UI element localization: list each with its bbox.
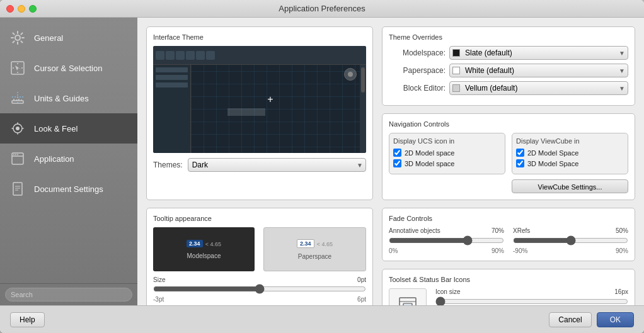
sidebar-item-units-label: Units & Guides [34,94,89,103]
viewcube-2d-row: 2D Model Space [516,149,624,157]
annotative-header: Annotative objects 70% [389,227,504,234]
theme-select[interactable]: Dark Light Classic [188,158,366,172]
document-icon [8,179,28,199]
window-title: Application Preferences [279,4,365,13]
fade-controls-panel: Fade Controls Annotative objects 70% [382,208,635,261]
ucs-2d-checkbox[interactable] [393,149,401,157]
ok-button[interactable]: OK [597,312,634,327]
theme-select-wrapper: Dark Light Classic ▼ [188,158,366,172]
size-label: Size [153,276,165,283]
modelspace-color-swatch [452,49,460,57]
sidebar-item-cursor[interactable]: Cursor & Selection [0,53,137,83]
main-content: General Cursor & Selectio [0,18,644,305]
viewcube-2d-checkbox[interactable] [516,149,524,157]
svg-point-17 [13,154,14,155]
tooltip-title: Tooltip appearance [153,215,366,222]
paperspace-label: Paperspace: [389,66,446,75]
interface-theme-title: Interface Theme [153,33,366,41]
ucs-2d-row: 2D Model space [393,149,501,157]
modelspace-badge: 2.34 [187,240,203,247]
annotative-max: 90% [492,247,504,254]
tooltip-previews: 2.34 < 4.65 Modelspace 2.34 < 4.65 Paper [153,227,366,271]
size-slider-header: Size 0pt [153,276,366,283]
sidebar-item-general-label: General [34,33,63,43]
cancel-button[interactable]: Cancel [549,312,591,327]
ucs-col: Display UCS icon in 2D Model space 3D Mo… [389,133,505,193]
annotative-col: Annotative objects 70% 0% 90% [389,227,504,254]
ucs-3d-row: 3D Model space [393,159,501,167]
sidebar-item-application[interactable]: Application [0,144,137,174]
sidebar-item-look[interactable]: Look & Feel [0,113,137,144]
titlebar: Application Preferences [0,0,644,18]
xrefs-value: 50% [616,227,628,234]
annotative-footer: 0% 90% [389,247,504,254]
maximize-button[interactable] [29,5,37,13]
icon-size-label: Icon size [435,288,460,295]
viewcube-settings-button[interactable]: ViewCube Settings... [512,179,628,193]
help-button[interactable]: Help [10,312,45,327]
application-icon [8,149,28,169]
sidebar-item-look-label: Look & Feel [34,124,78,133]
modelspace-row: Modelspace: Slate (default) ▼ [389,46,628,60]
paperspace-color-swatch [452,67,460,74]
size-value: 0pt [357,276,366,283]
icon-size-slider[interactable] [435,296,628,305]
viewcube-3d-label: 3D Model Space [527,160,578,167]
sidebar-item-application-label: Application [34,154,74,164]
right-buttons: Cancel OK [549,312,634,327]
sidebar-item-document-label: Document Settings [34,184,103,194]
close-button[interactable] [6,5,14,13]
blockeditor-label: Block Editor: [389,84,446,93]
fade-row: Annotative objects 70% 0% 90% [389,227,628,254]
modelspace-label: Modelspace: [389,48,446,57]
sidebar-item-units[interactable]: Units & Guides [0,83,137,113]
xrefs-footer: -90% 90% [513,247,628,254]
tooltip-panel: Tooltip appearance 2.34 < 4.65 Modelspac… [146,208,373,305]
search-input[interactable] [5,288,132,302]
ucs-border: Display UCS icon in 2D Model space 3D Mo… [389,133,505,174]
gear-icon [8,28,28,48]
tooltip-paperspace-preview: 2.34 < 4.65 Paperspace [263,227,366,271]
blockeditor-color-swatch [452,84,460,92]
traffic-lights [6,5,37,13]
themes-label: Themes: [153,161,183,169]
ucs-3d-checkbox[interactable] [393,159,401,167]
svg-point-14 [16,127,20,130]
paperspace-select-wrap: White (default) ▼ [449,64,628,77]
viewcube-3d-checkbox[interactable] [516,159,524,167]
size-slider-section: Size 0pt -3pt 6pt [153,276,366,303]
viewcube-2d-label: 2D Model Space [527,149,578,157]
preview-cursor-icon: + [267,94,273,105]
toolset-icon-preview [389,288,427,305]
sidebar-item-document[interactable]: Document Settings [0,174,137,204]
svg-point-18 [15,154,16,155]
blockeditor-select-wrap: Vellum (default) ▼ [449,81,628,95]
toolset-preview-icon [398,295,417,305]
toolset-title: Toolset & Status Bar Icons [389,276,628,283]
xrefs-min: -90% [513,247,527,254]
toolset-slider-col: Icon size 16px 16px 32px [435,288,628,305]
xrefs-slider[interactable] [513,235,628,246]
blockeditor-select[interactable]: Vellum (default) [449,81,628,95]
units-icon [8,88,28,108]
toolset-panel: Toolset & Status Bar Icons [382,269,635,305]
app-window: Application Preferences General [0,0,644,333]
annotative-label: Annotative objects [389,227,440,234]
viewcube-title: Display ViewCube in [516,137,624,145]
sidebar-item-general[interactable]: General [0,23,137,53]
size-slider[interactable] [153,284,366,294]
modelspace-preview-label: Modelspace [187,252,221,259]
modelspace-lt: < 4.65 [205,241,221,247]
minimize-button[interactable] [18,5,25,13]
size-slider-footer: -3pt 6pt [153,296,366,303]
theme-overrides-title: Theme Overrides [389,33,628,41]
ucs-title: Display UCS icon in [393,137,501,145]
xrefs-label: XRefs [513,227,530,234]
tooltip-modelspace-preview: 2.34 < 4.65 Modelspace [153,227,255,271]
annotative-slider[interactable] [389,235,504,246]
modelspace-select[interactable]: Slate (default) [449,46,628,60]
paperspace-select[interactable]: White (default) [449,64,628,77]
paperspace-preview-label: Paperspace [298,253,331,260]
xrefs-col: XRefs 50% -90% 90% [513,227,628,254]
xrefs-max: 90% [616,247,628,254]
